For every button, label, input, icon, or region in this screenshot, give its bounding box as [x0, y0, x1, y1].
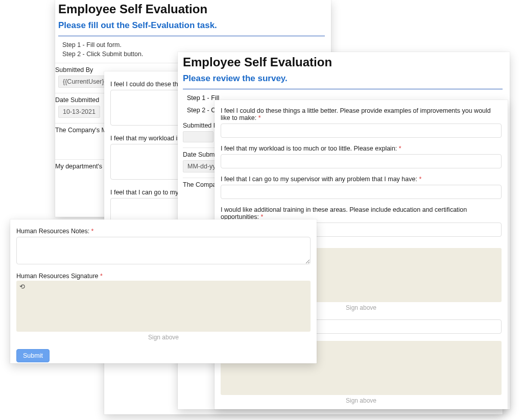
sign-above-2: Sign above	[221, 395, 502, 405]
title: Employee Self Evaluation	[58, 2, 325, 16]
hr-notes-textarea[interactable]	[16, 237, 311, 264]
submitted-by-value: {{CurrentUser}}	[58, 76, 111, 88]
sign-above-caption: Sign above	[16, 332, 311, 342]
hr-notes-label: Human Resources Notes: *	[16, 228, 311, 235]
date-submitted-value: 10-13-2021	[58, 106, 100, 118]
step1: Step 1 - Fill out form.	[62, 41, 325, 48]
q1-input[interactable]	[221, 123, 502, 138]
subtitle: Please review the survey.	[183, 73, 503, 84]
q3-label: I feel that I can go to my supervisor wi…	[221, 176, 502, 183]
q4-label: I would like additional training in thes…	[221, 206, 502, 220]
q2-input[interactable]	[221, 154, 502, 168]
q2-label: I feel that my workload is too much or t…	[221, 145, 502, 152]
submitted-by-value	[183, 131, 213, 142]
refresh-icon[interactable]: ⟲	[19, 283, 25, 290]
hr-signature-pad[interactable]: ⟲	[16, 281, 311, 332]
q1-label: I feel I could do these things a little …	[221, 107, 502, 121]
title: Employee Self Evaluation	[183, 55, 503, 69]
q3-input[interactable]	[221, 185, 502, 199]
divider	[58, 36, 325, 36]
hr-signature-label: Human Resources Signature *	[16, 273, 311, 280]
divider	[183, 89, 503, 89]
submit-button[interactable]: Submit	[16, 349, 50, 362]
subtitle: Please fill out the Self-Evaluation task…	[58, 20, 325, 31]
panel-hr: Human Resources Notes: * Human Resources…	[10, 219, 317, 363]
